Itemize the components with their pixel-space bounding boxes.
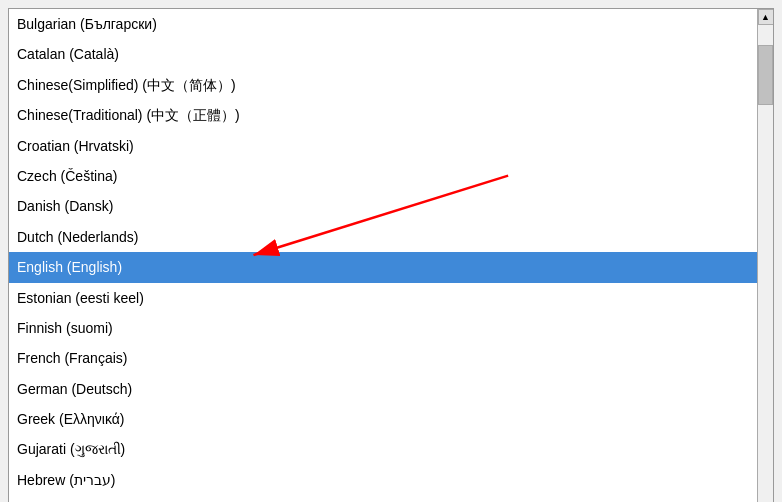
list-item[interactable]: Chinese(Traditional) (中文（正體）) [9, 100, 757, 130]
list-item[interactable]: Czech (Čeština) [9, 161, 757, 191]
list-item[interactable]: Catalan (Català) [9, 39, 757, 69]
list-item[interactable]: Hebrew (עברית) [9, 465, 757, 495]
list-item[interactable]: Croatian (Hrvatski) [9, 131, 757, 161]
scroll-up-button[interactable]: ▲ [758, 9, 774, 25]
main-container: Bulgarian (Български)Catalan (Català)Chi… [0, 0, 782, 502]
list-item[interactable]: Dutch (Nederlands) [9, 222, 757, 252]
list-item[interactable]: Estonian (eesti keel) [9, 283, 757, 313]
list-item[interactable]: Bulgarian (Български) [9, 9, 757, 39]
list-item[interactable]: French (Français) [9, 343, 757, 373]
list-item[interactable]: Finnish (suomi) [9, 313, 757, 343]
list-item[interactable]: Chinese(Simplified) (中文（简体）) [9, 70, 757, 100]
scroll-thumb-area [758, 25, 773, 502]
scrollbar-track: ▲ ▼ [757, 9, 773, 502]
list-container: Bulgarian (Български)Catalan (Català)Chi… [8, 8, 774, 502]
list-item[interactable]: German (Deutsch) [9, 374, 757, 404]
list-item[interactable]: Greek (Ελληνικά) [9, 404, 757, 434]
list-item[interactable]: Gujarati (ગુજરાતી) [9, 434, 757, 464]
list-item[interactable]: Danish (Dansk) [9, 191, 757, 221]
list-item[interactable]: Hindi (हिन्दी) [9, 495, 757, 502]
language-list[interactable]: Bulgarian (Български)Catalan (Català)Chi… [9, 9, 757, 502]
list-item[interactable]: English (English) [9, 252, 757, 282]
scroll-thumb[interactable] [758, 45, 773, 105]
